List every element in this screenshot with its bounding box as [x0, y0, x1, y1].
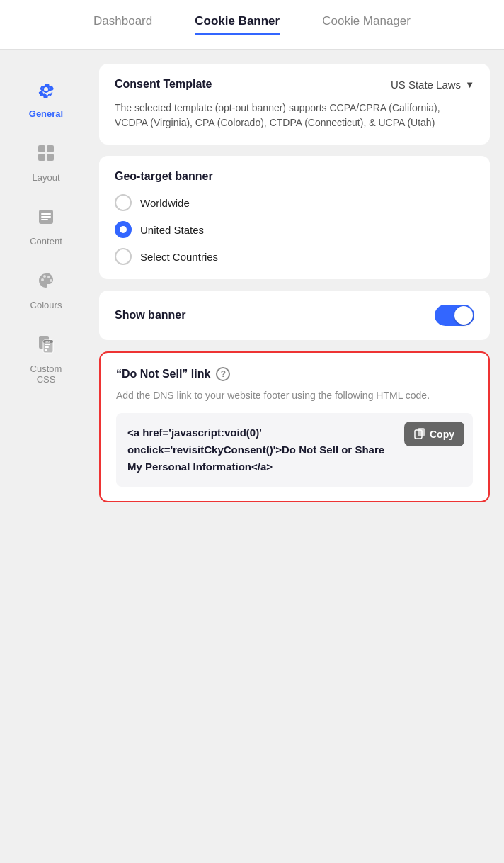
consent-template-selected: US State Laws — [391, 79, 461, 91]
sidebar-item-content-label: Content — [30, 236, 62, 247]
help-icon[interactable]: ? — [216, 367, 230, 381]
radio-circle-select-countries — [115, 248, 132, 265]
sidebar-item-content[interactable]: Content — [11, 198, 81, 255]
radio-select-countries[interactable]: Select Countries — [115, 248, 474, 265]
dns-link-header: “Do Not Sell” link ? — [116, 367, 473, 381]
svg-point-10 — [47, 276, 50, 278]
svg-rect-14 — [45, 344, 50, 345]
geo-target-title: Geo-target banner — [115, 170, 474, 183]
svg-rect-0 — [38, 145, 45, 152]
svg-point-9 — [43, 275, 46, 278]
geo-target-card: Geo-target banner Worldwide United State… — [99, 156, 490, 279]
consent-template-dropdown[interactable]: US State Laws ▼ — [391, 79, 474, 91]
show-banner-card: Show banner — [99, 291, 490, 340]
svg-rect-15 — [45, 346, 49, 348]
dns-link-description: Add the DNS link to your website footer … — [116, 388, 473, 403]
show-banner-toggle[interactable] — [435, 305, 474, 326]
dns-link-title: “Do Not Sell” link — [116, 368, 210, 380]
svg-rect-3 — [47, 154, 54, 161]
sidebar-item-custom-css-label: Custom CSS — [30, 363, 62, 385]
radio-circle-worldwide — [115, 194, 132, 211]
sidebar-item-custom-css[interactable]: CSS Custom CSS — [11, 326, 81, 393]
radio-worldwide[interactable]: Worldwide — [115, 194, 474, 211]
copy-icon — [414, 427, 425, 441]
radio-label-worldwide: Worldwide — [140, 197, 190, 209]
svg-text:CSS: CSS — [45, 340, 51, 344]
consent-template-title: Consent Template — [115, 78, 212, 91]
svg-rect-2 — [38, 154, 45, 161]
sidebar: General Layout — [0, 50, 92, 863]
tab-dashboard[interactable]: Dashboard — [93, 14, 152, 35]
consent-template-card: Consent Template US State Laws ▼ The sel… — [99, 64, 490, 145]
svg-rect-19 — [418, 428, 425, 436]
radio-united-states[interactable]: United States — [115, 221, 474, 238]
show-banner-label: Show banner — [115, 309, 185, 322]
radio-label-united-states: United States — [140, 224, 204, 236]
tab-cookie-banner[interactable]: Cookie Banner — [195, 14, 280, 35]
copy-button-label: Copy — [430, 429, 454, 440]
sidebar-item-layout[interactable]: Layout — [11, 135, 81, 191]
svg-rect-7 — [41, 219, 48, 220]
gear-icon — [36, 79, 56, 104]
content-area: Consent Template US State Laws ▼ The sel… — [92, 50, 504, 863]
layout-icon — [36, 143, 56, 168]
sidebar-item-general[interactable]: General — [11, 71, 81, 128]
main-layout: General Layout — [0, 50, 504, 863]
sidebar-item-colours[interactable]: Colours — [11, 262, 81, 319]
svg-rect-16 — [45, 349, 47, 351]
geo-target-radio-group: Worldwide United States Select Countries — [115, 194, 474, 265]
consent-template-header: Consent Template US State Laws ▼ — [115, 78, 474, 91]
dns-code-block: <a href='javascript:void(0)' onclick='re… — [116, 413, 473, 487]
show-banner-row: Show banner — [115, 305, 474, 326]
svg-point-8 — [41, 278, 44, 281]
toggle-knob — [454, 306, 473, 325]
svg-point-11 — [50, 279, 52, 282]
css-icon: CSS — [36, 334, 56, 359]
sidebar-item-layout-label: Layout — [32, 172, 59, 183]
content-icon — [36, 207, 56, 232]
radio-label-select-countries: Select Countries — [140, 251, 218, 263]
svg-rect-6 — [41, 216, 51, 218]
sidebar-item-general-label: General — [29, 108, 63, 119]
chevron-down-icon: ▼ — [465, 79, 474, 90]
svg-rect-5 — [41, 213, 51, 215]
colours-icon — [36, 271, 56, 295]
svg-rect-1 — [47, 145, 54, 152]
sidebar-item-colours-label: Colours — [30, 300, 62, 310]
radio-circle-united-states — [115, 221, 132, 238]
copy-button[interactable]: Copy — [404, 422, 464, 446]
consent-template-description: The selected template (opt-out banner) s… — [115, 101, 474, 130]
tab-cookie-manager[interactable]: Cookie Manager — [322, 14, 411, 35]
top-nav: Dashboard Cookie Banner Cookie Manager — [0, 0, 504, 50]
dns-link-card: “Do Not Sell” link ? Add the DNS link to… — [99, 351, 490, 502]
